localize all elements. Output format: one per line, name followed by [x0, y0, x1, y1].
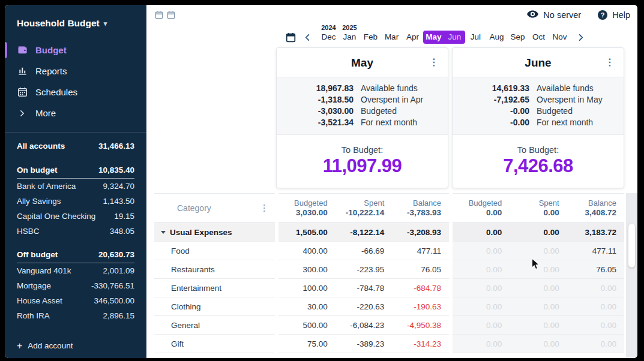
column-total[interactable]: 3,408.72	[585, 208, 616, 218]
spent-cell[interactable]: 0.00	[510, 297, 567, 316]
budgeted-cell[interactable]: 100.00	[278, 279, 336, 297]
account-row-roth-ira[interactable]: Roth IRA 2,896.15	[17, 308, 134, 323]
spent-cell[interactable]: -6,084.23	[336, 316, 393, 335]
balance-cell[interactable]: -314.23	[392, 335, 449, 353]
budgeted-cell[interactable]: 400.00	[278, 242, 336, 260]
previous-months-button[interactable]	[297, 33, 318, 44]
month-dec[interactable]: 2024 Dec	[318, 31, 339, 44]
balance-cell[interactable]: 0.00	[567, 316, 624, 335]
spent-cell[interactable]: 0.00	[510, 260, 567, 279]
account-row-house-asset[interactable]: House Asset 346,500.00	[17, 293, 134, 308]
account-row-bank-of-america[interactable]: Bank of America 9,324.70	[17, 179, 134, 194]
account-row-vanguard-401k[interactable]: Vanguard 401k 2,001.09	[17, 263, 134, 278]
balance-cell[interactable]: -684.78	[392, 279, 449, 297]
month-may-selected[interactable]: May	[423, 31, 444, 44]
spent-cell[interactable]: 0.00	[510, 335, 567, 353]
no-server-button[interactable]: No server	[527, 10, 581, 20]
category-name-cell[interactable]: Restaurants	[154, 260, 275, 279]
vertical-scrollbar-track[interactable]	[626, 193, 637, 358]
spent-cell[interactable]: -220.63	[336, 297, 393, 316]
category-name-cell[interactable]: Entertainment	[154, 279, 275, 297]
category-row-clothing[interactable]: Clothing 30.00 -220.63 -190.63 0.00 0.00…	[154, 297, 624, 316]
balance-cell[interactable]: 0.00	[567, 297, 624, 316]
collapse-triangle-icon[interactable]	[161, 231, 166, 234]
budgeted-cell[interactable]: 0.00	[453, 297, 510, 316]
help-button[interactable]: ? Help	[598, 10, 630, 20]
account-row-ally-savings[interactable]: Ally Savings 1,143.50	[17, 194, 134, 209]
kebab-menu-icon[interactable]: ⋮	[260, 203, 269, 213]
sidebar-item-budget[interactable]: Budget	[5, 40, 146, 61]
month-jun-selected[interactable]: Jun	[444, 31, 465, 44]
balance-cell[interactable]: -190.63	[392, 297, 449, 316]
spent-cell[interactable]: -389.23	[336, 335, 393, 353]
account-row-capital-one-checking[interactable]: Capital One Checking 19.15	[17, 209, 134, 224]
month-jul[interactable]: Jul	[465, 31, 486, 44]
column-total[interactable]: 0.00	[543, 208, 559, 218]
column-total[interactable]: -3,783.93	[407, 208, 441, 218]
spent-cell[interactable]: 0.00	[510, 242, 567, 260]
next-months-button[interactable]	[570, 33, 591, 44]
all-accounts-row[interactable]: All accounts 31,466.13	[17, 137, 134, 154]
spent-cell[interactable]: -784.78	[336, 279, 393, 297]
budgeted-cell[interactable]: 0.00	[453, 242, 510, 260]
month-jan[interactable]: 2025 Jan	[339, 31, 360, 44]
balance-cell[interactable]: 76.05	[392, 260, 449, 279]
column-total[interactable]: 3,030.00	[296, 208, 328, 218]
month-nov[interactable]: Nov	[549, 31, 570, 44]
spent-cell[interactable]: 0.00	[510, 279, 567, 297]
category-row-general[interactable]: General 500.00 -6,084.23 -4,950.38 0.00 …	[154, 316, 624, 335]
budgeted-cell[interactable]: 75.00	[278, 335, 336, 353]
add-account-button[interactable]: + Add account	[17, 341, 73, 350]
budget-file-switcher[interactable]: Household Budget ▾	[5, 5, 146, 35]
balance-cell[interactable]: 0.00	[567, 335, 624, 353]
category-name-cell[interactable]: Clothing	[154, 297, 275, 316]
sidebar-item-reports[interactable]: Reports	[5, 61, 146, 82]
month-feb[interactable]: Feb	[360, 31, 381, 44]
spent-cell[interactable]: 0.00	[510, 316, 567, 335]
month-sep[interactable]: Sep	[507, 31, 528, 44]
category-row-entertainment[interactable]: Entertainment 100.00 -784.78 -684.78 0.0…	[154, 279, 624, 297]
balance-cell[interactable]: 0.00	[567, 279, 624, 297]
spent-cell[interactable]: -223.95	[336, 260, 393, 279]
one-month-view-button[interactable]	[155, 11, 163, 19]
balance-cell[interactable]: 477.11	[567, 242, 624, 260]
category-name-cell[interactable]: Gift	[154, 335, 275, 353]
month-aug[interactable]: Aug	[486, 31, 507, 44]
category-row-food[interactable]: Food 400.00 -66.69 477.11 0.00 0.00 477.…	[154, 242, 624, 260]
to-budget-amount[interactable]: 11,097.99	[277, 155, 448, 177]
sidebar-item-more[interactable]: More	[5, 103, 146, 124]
category-name-cell[interactable]: Food	[154, 242, 275, 260]
month-apr[interactable]: Apr	[402, 31, 423, 44]
column-total[interactable]: -10,222.14	[346, 208, 385, 218]
off-budget-row[interactable]: Off budget 20,630.73	[17, 246, 134, 263]
vertical-scrollbar-thumb[interactable]	[628, 224, 635, 267]
kebab-menu-icon[interactable]: ⋮	[603, 56, 616, 69]
month-mar[interactable]: Mar	[381, 31, 402, 44]
on-budget-row[interactable]: On budget 10,835.40	[17, 161, 134, 179]
budgeted-cell[interactable]: 0.00	[453, 316, 510, 335]
account-row-hsbc[interactable]: HSBC 348.05	[17, 224, 134, 239]
category-name-cell[interactable]: General	[154, 316, 275, 335]
kebab-menu-icon[interactable]: ⋮	[427, 56, 441, 69]
budgeted-cell[interactable]: 300.00	[278, 260, 336, 279]
spent-cell[interactable]: -66.69	[336, 242, 393, 260]
balance-cell[interactable]: 477.11	[392, 242, 449, 260]
category-row-restaurants[interactable]: Restaurants 300.00 -223.95 76.05 0.00 0.…	[154, 260, 624, 279]
budgeted-cell[interactable]: 500.00	[278, 316, 336, 335]
two-month-view-button[interactable]	[167, 11, 175, 19]
category-row-gift[interactable]: Gift 75.00 -389.23 -314.23 0.00 0.00 0.0…	[154, 335, 624, 353]
group-name-cell[interactable]: Usual Expenses	[154, 223, 275, 242]
account-row-mortgage[interactable]: Mortgage -330,766.51	[17, 278, 134, 293]
budgeted-cell[interactable]: 30.00	[278, 297, 336, 316]
budgeted-cell[interactable]: 0.00	[453, 279, 510, 297]
sidebar-item-schedules[interactable]: Schedules	[5, 82, 146, 103]
budgeted-cell[interactable]: 0.00	[453, 335, 510, 353]
month-picker-calendar-icon[interactable]	[284, 32, 297, 44]
month-oct[interactable]: Oct	[528, 31, 549, 44]
budgeted-cell[interactable]: 0.00	[453, 260, 510, 279]
column-total[interactable]: 0.00	[486, 208, 502, 218]
balance-cell[interactable]: 76.05	[567, 260, 624, 279]
category-group-row[interactable]: Usual Expenses 1,505.00 -8,122.14 -3,208…	[154, 223, 624, 242]
balance-cell[interactable]: -4,950.38	[392, 316, 449, 335]
to-budget-amount[interactable]: 7,426.68	[453, 155, 624, 177]
